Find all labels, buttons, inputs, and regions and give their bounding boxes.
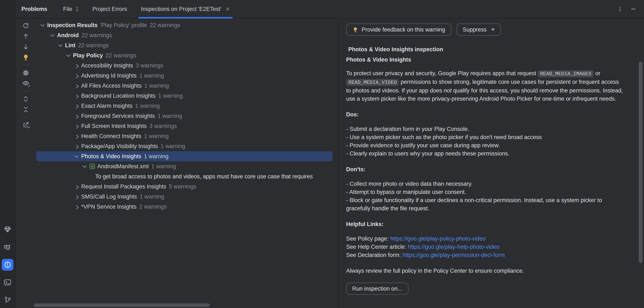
horizontal-scrollbar[interactable] (34, 303, 210, 307)
rerun-inspection-icon[interactable] (21, 21, 31, 31)
link-row: See Declaration form: https://goo.gle/pl… (346, 251, 625, 259)
links-list: See Policy page: https://goo.gle/play-po… (346, 235, 625, 259)
chevron-right-icon[interactable] (73, 82, 80, 89)
tree-row-exact-alarm-insights[interactable]: Exact Alarm Insights 1 warning (36, 101, 333, 111)
tree-row-photos-video-insights-selected[interactable]: Photos & Video Insights 1 warning (36, 151, 333, 161)
settings-gear-icon[interactable] (21, 68, 31, 78)
chevron-down-icon[interactable] (73, 153, 80, 160)
chevron-right-icon[interactable] (73, 133, 80, 139)
run-inspection-button[interactable]: Run inspection on... (346, 282, 408, 295)
tree-row-inspection-results[interactable]: Inspection Results 'Play Policy' profile… (36, 20, 333, 30)
tree-row-package-app-visibility-insights[interactable]: Package/App Visibility Insights 1 warnin… (36, 141, 333, 151)
toolbar-divider (22, 65, 30, 65)
tree-row-full-screen-intent-insights[interactable]: Full Screen Intent Insights 3 warnings (36, 121, 333, 131)
logcat-icon[interactable] (2, 241, 14, 253)
tree-row-request-install-packages-insights[interactable]: Request Install Packages Insights 5 warn… (36, 182, 333, 192)
close-icon[interactable] (226, 7, 230, 11)
chevron-down-icon[interactable] (57, 42, 64, 49)
quick-fixes-bulb-icon[interactable] (21, 53, 31, 62)
profile-suffix: 'Play Policy' profile (100, 22, 147, 29)
tree-row-warning-description[interactable]: To get broad access to photos and videos… (36, 172, 333, 182)
main-column: Problems File 1 Project Errors Inspectio… (16, 0, 644, 308)
tab-project-errors[interactable]: Project Errors (92, 0, 128, 18)
chevron-right-icon[interactable] (73, 102, 80, 109)
donts-list: - Collect more photo or video data than … (346, 180, 625, 213)
policy-page-link[interactable]: https://goo.gle/play-policy-photo-video (390, 236, 486, 242)
tool-window-stripe (0, 0, 16, 308)
tab-file[interactable]: File 1 (62, 0, 80, 18)
problems-icon[interactable] (2, 259, 14, 271)
tabbar: Problems File 1 Project Errors Inspectio… (16, 0, 644, 19)
version-control-icon[interactable] (2, 294, 14, 306)
minimize-icon[interactable] (628, 4, 638, 14)
svg-text:M: M (91, 165, 94, 168)
warning-count: 22 warnings (106, 52, 136, 59)
tree-row-foreground-services-insights[interactable]: Foreground Services Insights 1 warning (36, 111, 333, 121)
warning-count: 1 warning (161, 143, 185, 149)
tree-row-play-policy[interactable]: Play Policy 22 warnings (36, 50, 333, 61)
tree-row-background-location-insights[interactable]: Background Location Insights 1 warning (36, 91, 333, 101)
tree-row-advertising-id-insights[interactable]: Advertising Id Insights 1 warning (36, 71, 333, 81)
chevron-right-icon[interactable] (73, 62, 80, 69)
help-center-link[interactable]: https://goo.gle/play-help-photo-video (408, 244, 500, 250)
inspection-description: To protect user privacy and security, Go… (346, 69, 625, 103)
tree-row-vpn-service-insights[interactable]: *VPN Service Insights 2 warnings (36, 202, 333, 212)
ide-window: Problems File 1 Project Errors Inspectio… (0, 0, 644, 308)
chevron-down-icon[interactable] (39, 22, 46, 29)
vertical-scrollbar[interactable] (639, 62, 642, 263)
tree-row-sms-call-log-insights[interactable]: SMS/Call Log Insights 1 warning (36, 192, 333, 202)
warning-count: 1 warning (158, 93, 183, 99)
chevron-right-icon[interactable] (73, 92, 80, 99)
warning-count: 1 warning (158, 113, 182, 119)
tree-row-health-connect-insights[interactable]: Health Connect Insights 1 warning (36, 131, 333, 141)
chevron-right-icon[interactable] (73, 143, 80, 149)
chevron-right-icon[interactable] (73, 72, 80, 79)
warning-count: 3 warnings (149, 123, 177, 129)
list-item: - Collect more photo or video data than … (346, 180, 625, 188)
collapse-all-icon[interactable] (21, 105, 31, 114)
expand-all-icon[interactable] (21, 94, 31, 104)
suppress-button[interactable]: Suppress (457, 24, 501, 36)
list-item: - Use a system picker such as the photo … (346, 133, 625, 141)
chevron-right-icon[interactable] (73, 193, 80, 200)
next-warning-icon[interactable] (21, 42, 31, 52)
warning-count: 2 warnings (139, 204, 167, 210)
more-vertical-icon[interactable] (615, 4, 625, 14)
helpful-links-heading: Helpful Links: (346, 221, 625, 228)
chevron-down-icon[interactable] (49, 32, 56, 39)
export-icon[interactable] (21, 120, 31, 130)
provide-feedback-button[interactable]: Provide feedback on this warning (346, 24, 451, 36)
terminal-icon[interactable] (2, 276, 14, 288)
tree-row-all-files-access-insights[interactable]: All Files Access Insights 1 warning (36, 81, 333, 91)
warning-count: 22 warnings (150, 22, 180, 29)
chevron-down-icon (491, 29, 495, 31)
warning-count: 1 warning (139, 72, 164, 79)
link-row: See Policy page: https://goo.gle/play-po… (346, 235, 625, 243)
warning-count: 22 warnings (78, 42, 109, 49)
tree-row-lint[interactable]: Lint 22 warnings (36, 40, 333, 50)
chevron-right-icon[interactable] (73, 123, 80, 129)
chevron-right-icon[interactable] (73, 203, 80, 210)
view-options-eye-icon[interactable] (21, 79, 31, 88)
list-item: - Submit a declaration form in your Play… (346, 125, 625, 133)
previous-warning-icon[interactable] (21, 32, 31, 41)
tab-inspections[interactable]: Inspections on Project 'E2ETest' (140, 0, 231, 18)
dos-heading: Dos: (346, 111, 625, 118)
declaration-form-link[interactable]: https://goo.gle/play-permission-decl-for… (402, 252, 505, 258)
tree-row-androidmanifest[interactable]: M AndroidManifest.xml 1 warning (36, 161, 333, 172)
chevron-down-icon[interactable] (81, 163, 88, 170)
chevron-down-icon[interactable] (65, 52, 72, 59)
details-toolbar: Provide feedback on this warning Suppres… (346, 24, 625, 36)
policy-footer-note: Always review the full policy in the Pol… (346, 268, 625, 274)
content: Inspection Results 'Play Policy' profile… (16, 19, 644, 308)
chevron-right-icon[interactable] (73, 183, 80, 190)
chevron-right-icon[interactable] (73, 113, 80, 119)
tab-label: File (63, 6, 72, 13)
link-row: See Help Center article: https://goo.gle… (346, 243, 625, 251)
tool-window-title: Problems (22, 6, 47, 13)
donts-heading: Don'ts: (346, 166, 625, 173)
manifest-file-icon: M (89, 163, 96, 170)
tree-row-accessibility-insights[interactable]: Accessibility Insights 3 warnings (36, 61, 333, 71)
app-quality-insights-icon[interactable] (2, 224, 14, 235)
tree-row-android[interactable]: Android 22 warnings (36, 30, 333, 40)
